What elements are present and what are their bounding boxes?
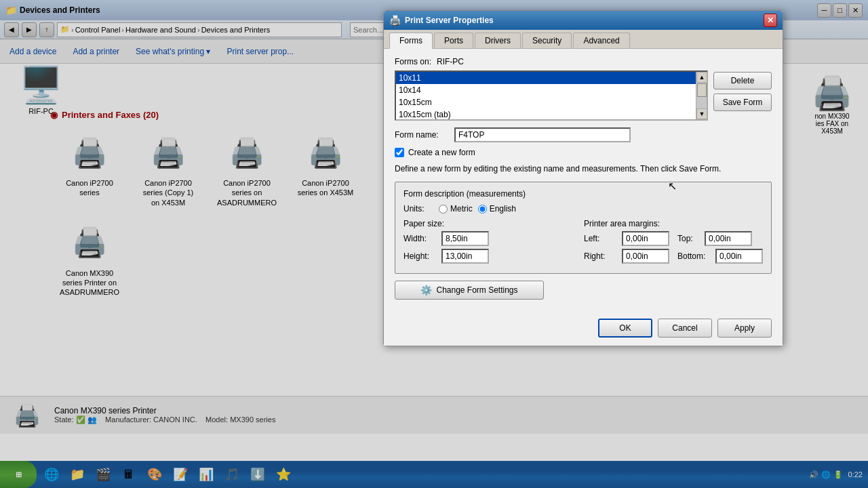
forms-listbox[interactable]: 10x11 10x14 10x15cm 10x15cm (tab) ▲ ▼ bbox=[395, 70, 708, 121]
tab-security[interactable]: Security bbox=[522, 33, 572, 48]
paper-size-group: Paper size: Width: Height: bbox=[403, 219, 573, 266]
scroll-up-arrow[interactable]: ▲ bbox=[696, 72, 707, 83]
listbox-buttons: Delete Save Form bbox=[713, 70, 772, 121]
create-new-form-label: Create a new form bbox=[408, 148, 475, 157]
list-item[interactable]: 10x14 bbox=[396, 84, 707, 96]
form-name-input[interactable] bbox=[454, 127, 631, 142]
listbox-row: 10x11 10x14 10x15cm 10x15cm (tab) ▲ ▼ De… bbox=[395, 70, 772, 121]
right-input[interactable] bbox=[622, 249, 669, 264]
width-row: Width: bbox=[403, 231, 573, 246]
tab-forms[interactable]: Forms bbox=[389, 33, 433, 49]
dialog-footer: OK Cancel Apply bbox=[384, 313, 783, 346]
forms-on-label: Forms on: bbox=[395, 57, 431, 66]
tab-ports[interactable]: Ports bbox=[434, 33, 473, 48]
left-label: Left: bbox=[584, 234, 619, 243]
scroll-thumb[interactable] bbox=[697, 83, 707, 97]
list-item[interactable]: 10x15cm bbox=[396, 96, 707, 108]
print-server-dialog: 🖨️ Print Server Properties ✕ Forms Ports… bbox=[383, 10, 783, 346]
metric-radio[interactable] bbox=[439, 205, 448, 214]
english-label: English bbox=[490, 204, 516, 214]
right-row: Right: Bottom: bbox=[584, 249, 763, 264]
dialog-close-button[interactable]: ✕ bbox=[764, 14, 777, 27]
bottom-input[interactable] bbox=[715, 249, 763, 264]
form-name-row: Form name: bbox=[395, 127, 772, 142]
top-input[interactable] bbox=[705, 231, 752, 246]
dialog-titlebar: 🖨️ Print Server Properties ✕ bbox=[384, 11, 783, 30]
form-desc-title: Form description (measurements) bbox=[403, 189, 763, 199]
top-label: Top: bbox=[677, 234, 702, 243]
width-input[interactable] bbox=[441, 231, 489, 246]
width-label: Width: bbox=[403, 234, 439, 243]
english-radio[interactable] bbox=[478, 205, 487, 214]
right-label: Right: bbox=[584, 251, 619, 261]
change-form-settings-button[interactable]: ⚙️ Change Form Settings bbox=[395, 281, 544, 300]
form-description-box: Form description (measurements) Units: M… bbox=[395, 182, 772, 274]
metric-option[interactable]: Metric bbox=[439, 204, 473, 214]
scroll-track bbox=[696, 83, 707, 108]
forms-on-row: Forms on: RIF-PC bbox=[395, 57, 772, 66]
forms-on-value: RIF-PC bbox=[437, 57, 464, 66]
units-label: Units: bbox=[403, 204, 433, 214]
tab-drivers[interactable]: Drivers bbox=[475, 33, 521, 48]
form-name-label: Form name: bbox=[395, 130, 449, 140]
ok-button[interactable]: OK bbox=[598, 319, 652, 338]
create-new-form-row: Create a new form bbox=[395, 148, 772, 157]
paper-size-label: Paper size: bbox=[403, 219, 573, 228]
listbox-scrollbar[interactable]: ▲ ▼ bbox=[696, 72, 707, 119]
scroll-down-arrow[interactable]: ▼ bbox=[696, 108, 707, 119]
printer-margins-label: Printer area margins: bbox=[584, 219, 763, 228]
dialog-title-icon: 🖨️ bbox=[389, 15, 401, 26]
dialog-tabs: Forms Ports Drivers Security Advanced bbox=[384, 30, 783, 49]
units-row: Units: Metric English bbox=[403, 204, 763, 214]
tab-advanced[interactable]: Advanced bbox=[573, 33, 629, 48]
measurements-grid: Paper size: Width: Height: Printer area … bbox=[403, 219, 763, 266]
dialog-body: Forms on: RIF-PC 10x11 10x14 10x15cm 10x… bbox=[384, 49, 783, 313]
save-form-button[interactable]: Save Form bbox=[713, 94, 772, 111]
height-input[interactable] bbox=[441, 249, 489, 264]
description-text: Define a new form by editing the existin… bbox=[395, 163, 772, 175]
margins-group: Printer area margins: Left: Top: Right: … bbox=[584, 219, 763, 266]
change-form-settings-label: Change Form Settings bbox=[436, 285, 517, 295]
left-input[interactable] bbox=[622, 231, 669, 246]
dialog-title-text: Print Server Properties bbox=[405, 16, 760, 25]
height-label: Height: bbox=[403, 251, 439, 261]
create-new-form-checkbox[interactable] bbox=[395, 148, 404, 157]
cancel-button[interactable]: Cancel bbox=[658, 319, 712, 338]
english-option[interactable]: English bbox=[478, 204, 516, 214]
left-row: Left: Top: bbox=[584, 231, 763, 246]
list-item[interactable]: 10x15cm (tab) bbox=[396, 108, 707, 121]
bottom-label: Bottom: bbox=[677, 251, 713, 261]
metric-label: Metric bbox=[450, 204, 473, 214]
apply-button[interactable]: Apply bbox=[717, 319, 772, 338]
delete-button[interactable]: Delete bbox=[713, 72, 772, 89]
height-row: Height: bbox=[403, 249, 573, 264]
list-item[interactable]: 10x11 bbox=[396, 72, 707, 84]
settings-icon: ⚙️ bbox=[420, 285, 432, 296]
